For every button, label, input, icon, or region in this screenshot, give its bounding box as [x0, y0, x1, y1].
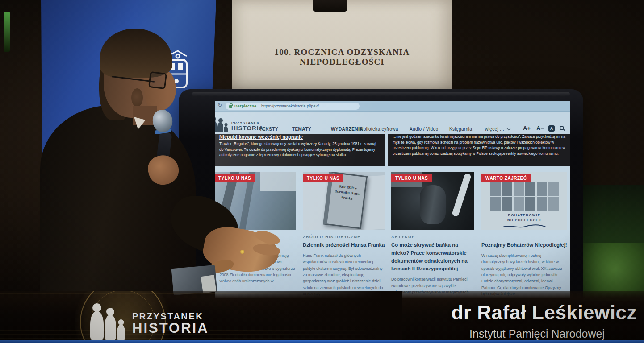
- speaker-affiliation: Instytut Pamięci Narodowej: [469, 327, 605, 340]
- teaser-title: Niepublikowane wcześniej nagranie: [219, 134, 381, 140]
- badge-label: TYLKO U NAS: [215, 174, 255, 182]
- article-card-4[interactable]: BOHATEROWIE NIEPODLEGŁEJ WARTO ZAJRZEĆ P…: [481, 172, 567, 298]
- url-text: https://przystanekhistoria.pl/pa2/: [261, 104, 319, 108]
- article-thumbnail: TYLKO U NAS: [391, 172, 474, 230]
- site-header: PRZYSTANEK HISTORIA TEKSTY TEMATY WYDARZ…: [215, 112, 570, 134]
- nav-wiecej-label: więcej ...: [485, 127, 504, 132]
- contrast-button[interactable]: A: [548, 125, 555, 132]
- nav-wiecej[interactable]: więcej ...: [485, 127, 510, 132]
- signature-wave: [498, 223, 551, 230]
- touchscreen-display: ↻ Bezpieczne https://przystanekhistoria.…: [179, 89, 583, 312]
- font-increase-button[interactable]: A+: [523, 125, 531, 132]
- nav-wydarzenia[interactable]: WYDARZENIA: [331, 127, 363, 132]
- speaker-name: dr Rafał Leśkiewicz: [452, 302, 637, 324]
- badge-label: TYLKO U NAS: [391, 174, 432, 182]
- article-title: Poznajmy Bohaterów Niepodległej!: [481, 241, 567, 249]
- teaser-body: Trawler „Regulus”, którego stan wojenny …: [219, 141, 381, 158]
- bottom-blue-strip: [0, 340, 644, 343]
- collage-caption: BOHATEROWIE NIEPODLEGŁEJ: [481, 213, 567, 223]
- article-thumbnail: BOHATEROWIE NIEPODLEGŁEJ WARTO ZAJRZEĆ: [481, 172, 567, 230]
- badge-label: TYLKO U NAS: [303, 174, 343, 182]
- reload-icon[interactable]: ↻: [218, 103, 222, 108]
- teaser-body: …nie jest godzien szacunku teraźniejszoś…: [393, 134, 566, 156]
- article-title: Co może skrywać bańka na mleko? Prace ko…: [391, 241, 474, 273]
- nav-biblioteka-cyfrowa[interactable]: Biblioteka cyfrowa: [359, 127, 398, 132]
- article-title: Dziennik próżności Hansa Franka: [303, 241, 385, 249]
- article-category: [481, 235, 567, 240]
- backdrop-banner: 100. ROCZNICA ODZYSKANIA NIEPODLEGŁOŚCI: [232, 0, 452, 92]
- milk-can: [420, 185, 446, 224]
- portrait-collage: [481, 182, 567, 211]
- padlock-icon: [229, 105, 232, 108]
- featured-teaser-1[interactable]: Niepublikowane wcześniej nagranie Trawle…: [215, 134, 385, 166]
- green-light-strip: [4, 12, 10, 52]
- lowerthird-logo-line2: HISTORIA: [132, 320, 209, 336]
- article-card-3[interactable]: TYLKO U NAS ARTYKUŁ Co może skrywać bańk…: [391, 172, 474, 295]
- badge-label: WARTO ZAJRZEĆ: [481, 174, 531, 182]
- nav-ksiegarnia[interactable]: Księgarnia: [449, 127, 472, 132]
- chevron-down-icon: [507, 127, 510, 130]
- featured-teaser-2[interactable]: …nie jest godzien szacunku teraźniejszoś…: [388, 134, 570, 166]
- family-icon: [215, 114, 229, 132]
- plant-dark: [577, 185, 644, 252]
- article-card-2[interactable]: Rok 1939 w dzienniku Hansa Franka TYLKO …: [303, 172, 385, 298]
- family-silhouette-icon: [88, 299, 130, 340]
- video-frame: K A im. Janusza 100. ROCZNICA ODZYSKANIA…: [0, 0, 644, 343]
- article-thumbnail: Rok 1939 w dzienniku Hansa Franka TYLKO …: [303, 172, 385, 230]
- presenter-ear: [131, 88, 143, 107]
- security-label: Bezpieczne: [234, 104, 256, 108]
- search-icon[interactable]: [560, 126, 564, 130]
- glasses-lens: [148, 71, 167, 89]
- divider: [259, 104, 259, 108]
- nav-audio-video[interactable]: Audio / Video: [410, 127, 439, 132]
- gold-ring: [240, 250, 244, 254]
- article-category: ŹRÓDŁO HISTORYCZNE: [303, 235, 385, 240]
- book-cover-text: Rok 1939 w dzienniku Hansa Franka: [330, 183, 365, 203]
- font-decrease-button[interactable]: A−: [536, 125, 544, 132]
- backdrop-banner-title: 100. ROCZNICA ODZYSKANIA NIEPODLEGŁOŚCI: [232, 47, 452, 67]
- article-category: ARTYKUŁ: [391, 235, 474, 240]
- site-logo-text: PRZYSTANEK HISTORIA: [231, 121, 263, 132]
- browser-viewport: ↻ Bezpieczne https://przystanekhistoria.…: [215, 101, 570, 298]
- banner-stand: [313, 0, 347, 12]
- site-logo[interactable]: PRZYSTANEK HISTORIA: [215, 114, 263, 132]
- address-bar[interactable]: Bezpieczne https://przystanekhistoria.pl…: [226, 103, 360, 110]
- nav-tematy[interactable]: TEMATY: [292, 127, 311, 132]
- site-logo-line2: HISTORIA: [231, 125, 263, 132]
- browser-toolbar: ↻ Bezpieczne https://przystanekhistoria.…: [215, 101, 570, 112]
- nav-teksty[interactable]: TEKSTY: [259, 127, 278, 132]
- lower-third: PRZYSTANEK HISTORIA dr Rafał Leśkiewicz …: [0, 291, 644, 343]
